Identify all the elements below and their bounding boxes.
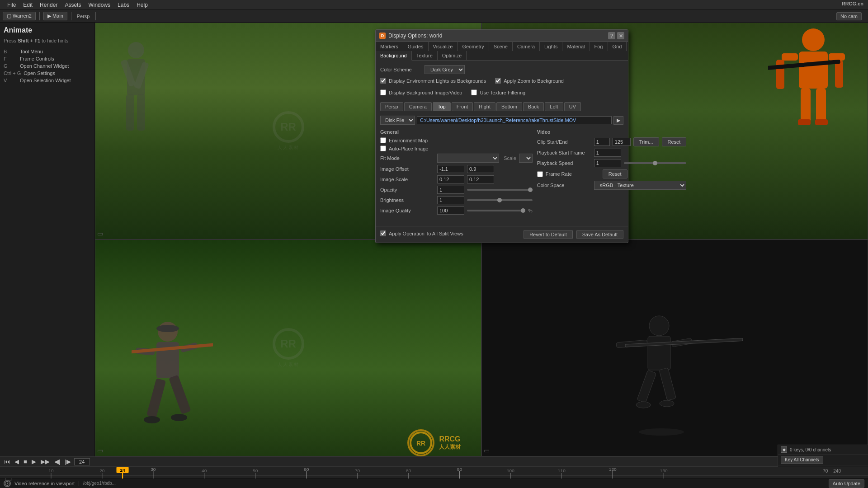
tl-skip-start-btn[interactable]: ⏮ [3,459,11,465]
shortcut-label-tool-menu: Tool Menu [20,49,43,54]
keys-count-row: ◆ 0 keys, 0/0 channels [778,445,868,455]
apply-all-checkbox[interactable] [380,230,386,236]
keys-icon: ◆ [781,446,787,453]
dialog-bottom: Apply Operation To All Split Views Rever… [376,226,628,243]
reset2-btn[interactable]: Reset [603,169,627,178]
clip-start-input[interactable] [594,138,610,146]
view-btn-back[interactable]: Back [523,102,544,111]
tl-stop-btn[interactable]: ■ [22,459,28,465]
auto-update-button[interactable]: Auto Update [829,479,864,488]
scale-select[interactable] [519,154,533,163]
image-offset-y-input[interactable] [467,165,494,173]
env-lights-checkbox[interactable] [380,78,386,84]
display-bg-checkbox[interactable] [380,89,386,95]
svg-text:120: 120 [609,467,617,472]
clip-end-input[interactable] [613,138,631,146]
texture-filter-row: Use Texture Filtering [471,89,534,95]
viewport-bottom-left[interactable]: RR 人人素材 ▭ [95,239,481,456]
tab-grid[interactable]: Grid [608,42,627,51]
trim-btn[interactable]: Trim... [633,137,659,146]
image-quality-slider[interactable] [467,210,525,211]
menu-assets[interactable]: Assets [61,1,85,9]
tab-visualize[interactable]: Visualize [429,42,458,51]
opacity-input[interactable] [437,186,464,194]
file-path-input[interactable] [417,116,612,124]
menu-bar: File Edit Render Assets Windows Labs Hel… [0,0,868,10]
reset-btn[interactable]: Reset [662,137,687,146]
checkbox-row: Display Environment Lights as Background… [380,78,623,86]
tab-optimize[interactable]: Optimize [438,51,467,60]
image-scale-x-input[interactable] [437,175,464,183]
toolbar-project-label: ▢ [7,13,11,19]
tab-texture[interactable]: Texture [412,51,438,60]
image-offset-x-input[interactable] [437,165,464,173]
view-btn-left[interactable]: Left [545,102,563,111]
playback-speed-input[interactable] [594,159,621,167]
viewport-bottom-right[interactable]: Display Options ▭ [481,239,868,456]
brightness-input[interactable] [437,196,464,204]
tab-guides[interactable]: Guides [403,42,429,51]
menu-labs[interactable]: Labs [114,1,133,9]
file-type-select[interactable]: Disk File [380,116,415,125]
brightness-slider[interactable] [467,199,533,201]
menu-edit[interactable]: Edit [19,1,36,9]
image-quality-input[interactable] [437,206,464,215]
tl-next-frame-btn[interactable]: |▶ [63,459,72,465]
toolbar-no-cam-btn[interactable]: No cam [836,12,862,20]
image-scale-y-input[interactable] [467,175,494,183]
playback-speed-slider[interactable] [624,162,687,164]
tab-fog[interactable]: Fog [590,42,608,51]
timeline-ruler[interactable]: 10 20 30 40 50 60 70 80 90 100 [0,467,868,478]
opacity-slider[interactable] [467,189,533,191]
view-btn-right[interactable]: Right [474,102,495,111]
tab-lights[interactable]: Lights [540,42,562,51]
apply-zoom-checkbox[interactable] [495,78,501,84]
fit-mode-select[interactable] [437,154,499,163]
file-browse-btn[interactable]: ▶ [613,116,623,125]
svg-rect-33 [798,119,811,125]
view-btn-front[interactable]: Front [452,102,473,111]
svg-rect-34 [815,119,828,125]
key-all-channels-btn[interactable]: Key All Channels [781,456,823,464]
menu-render[interactable]: Render [36,1,61,9]
auto-place-checkbox[interactable] [380,145,386,151]
view-btn-uv[interactable]: UV [564,102,581,111]
env-map-checkbox[interactable] [380,137,386,143]
color-space-select[interactable]: sRGB - Texture [594,181,687,190]
dialog-close-btn[interactable]: ✕ [617,32,624,39]
revert-default-btn[interactable]: Revert to Default [524,230,573,239]
dialog-help-btn[interactable]: ? [608,32,615,39]
general-section: General Environment Map Auto-Place Image… [380,129,533,217]
tl-frame-input[interactable] [74,458,90,465]
view-btn-bottom[interactable]: Bottom [496,102,522,111]
save-default-btn[interactable]: Save As Default [576,230,623,239]
menu-windows[interactable]: Windows [85,1,114,9]
tl-display-70: 70 [823,469,828,474]
view-btn-top[interactable]: Top [433,102,451,111]
view-btn-camera[interactable]: Camera [404,102,432,111]
toolbar-main-btn[interactable]: ▶ Main [43,12,67,20]
shortcut-key-v: V [4,78,17,83]
tl-play-btn[interactable]: ▶ [30,459,38,465]
tl-next-key-btn[interactable]: ▶▶ [39,459,51,465]
auto-update-btn[interactable]: Auto Update [829,479,864,488]
key-all-row: Key All Channels [778,455,868,465]
toolbar-project-btn[interactable]: ▢ Warren2 [3,12,36,20]
playback-start-input[interactable] [594,149,621,157]
tl-prev-frame-btn[interactable]: ◀| [53,459,61,465]
tab-scene[interactable]: Scene [489,42,513,51]
shortcut-label-settings: Open Settings [24,70,55,76]
tab-material[interactable]: Material [562,42,590,51]
color-scheme-select[interactable]: Dark Grey [425,65,465,74]
tab-geometry[interactable]: Geometry [458,42,489,51]
fit-mode-label: Fit Mode [380,155,434,161]
texture-filter-checkbox[interactable] [471,89,477,95]
menu-file[interactable]: File [4,1,19,9]
menu-help[interactable]: Help [133,1,151,9]
view-btn-persp[interactable]: Persp [380,102,403,111]
tab-markers[interactable]: Markers [376,42,403,51]
tab-background[interactable]: Background [376,51,412,61]
tab-camera[interactable]: Camera [513,42,540,51]
tl-prev-key-btn[interactable]: ◀ [13,459,20,465]
frame-rate-checkbox[interactable] [537,171,543,177]
